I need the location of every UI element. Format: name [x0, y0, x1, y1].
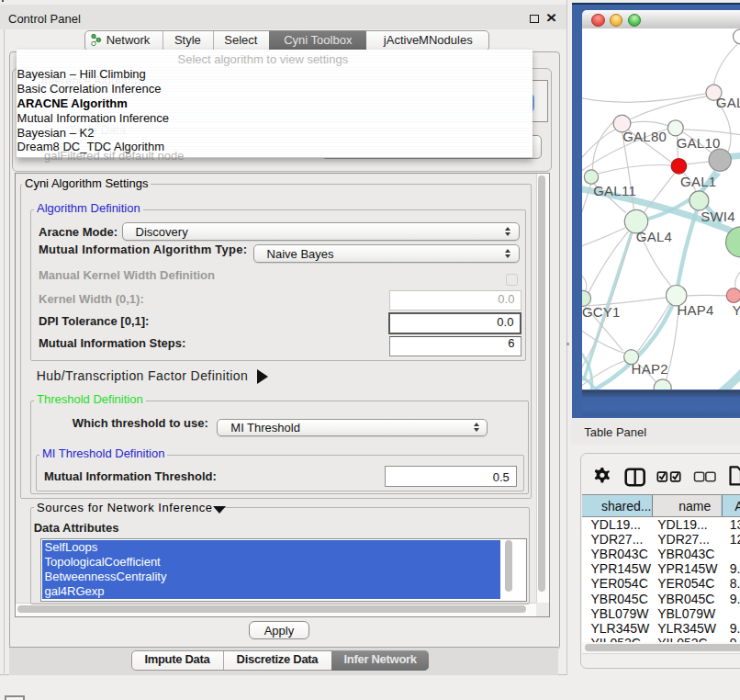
svg-text:GAL10: GAL10 [676, 135, 720, 151]
svg-text:GAL11: GAL11 [593, 183, 636, 198]
svg-text:GAL1: GAL1 [680, 174, 716, 189]
svg-text:GCY1: GCY1 [582, 304, 621, 320]
svg-text:SWI4: SWI4 [701, 209, 735, 225]
svg-text:HAP2: HAP2 [631, 361, 667, 377]
svg-text:GAL7: GAL7 [715, 95, 740, 110]
svg-text:YMR: YMR [732, 302, 740, 318]
svg-text:GAL80: GAL80 [622, 129, 667, 144]
svg-text:HAP4: HAP4 [677, 302, 713, 318]
svg-text:GAL4: GAL4 [635, 229, 671, 244]
